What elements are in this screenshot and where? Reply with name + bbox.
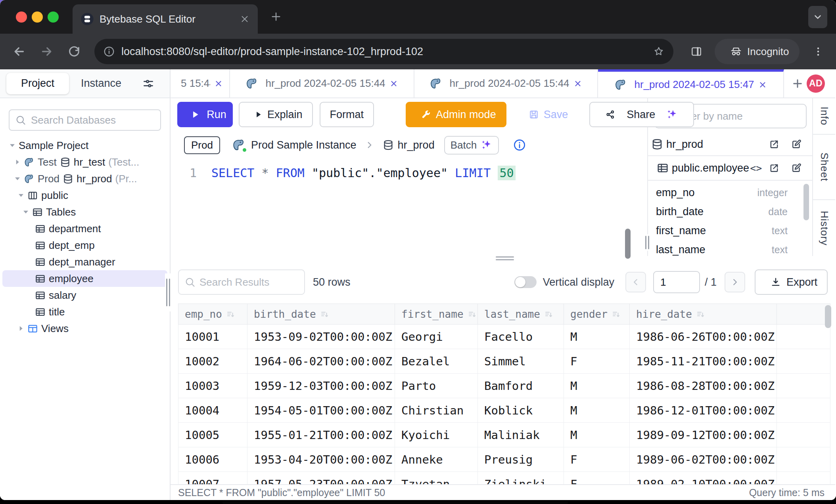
schema-table-row[interactable]: public.employee <>: [648, 156, 812, 181]
cell[interactable]: Parto: [395, 374, 478, 398]
sort-icon[interactable]: [612, 310, 621, 319]
schema-column-row[interactable]: birth_datedate: [648, 202, 812, 221]
tree-item-employee[interactable]: employee: [2, 270, 167, 287]
schema-filter-input[interactable]: [677, 110, 800, 122]
browser-menu-icon[interactable]: [812, 46, 824, 57]
sort-icon[interactable]: [468, 310, 477, 319]
cell[interactable]: F: [564, 472, 630, 485]
cell[interactable]: Georgi: [395, 325, 478, 349]
cell[interactable]: F: [564, 447, 630, 472]
column-header-first_name[interactable]: first_name: [395, 304, 478, 325]
instance-name[interactable]: Prod Sample Instance: [251, 139, 357, 151]
tree-item-views[interactable]: Views: [2, 320, 167, 337]
close-worksheet-tab-icon[interactable]: [389, 79, 398, 88]
browser-tab[interactable]: Bytebase SQL Editor: [73, 4, 258, 34]
cell[interactable]: 1959-12-03T00:00:00Z: [247, 374, 395, 398]
results-search[interactable]: [178, 269, 305, 295]
close-browser-tab-icon[interactable]: [240, 14, 250, 24]
run-button[interactable]: Run: [177, 102, 233, 127]
column-header-gender[interactable]: gender: [564, 304, 630, 325]
cell[interactable]: Anneke: [395, 447, 478, 472]
format-button[interactable]: Format: [320, 102, 374, 127]
reload-icon[interactable]: [67, 45, 81, 58]
column-header-birth_date[interactable]: birth_date: [247, 304, 395, 325]
schema-column-row[interactable]: first_nametext: [648, 221, 812, 240]
schema-scrollbar[interactable]: [803, 184, 809, 220]
cell[interactable]: Zielinski: [478, 472, 564, 485]
close-worksheet-tab-icon[interactable]: [758, 80, 767, 89]
sort-icon[interactable]: [320, 310, 330, 319]
side-tab-info[interactable]: Info: [813, 98, 835, 135]
cell[interactable]: Koblick: [478, 398, 564, 423]
cell[interactable]: 10003: [178, 374, 247, 398]
cell[interactable]: 10005: [178, 423, 247, 447]
next-page-button[interactable]: [725, 272, 745, 292]
cell[interactable]: 10004: [178, 398, 247, 423]
tree-item-department[interactable]: department: [2, 220, 167, 237]
divider-drag-handle[interactable]: [496, 256, 514, 260]
caret-right-icon[interactable]: [13, 158, 22, 166]
tree-item-title[interactable]: title: [2, 304, 167, 320]
table-scrollbar[interactable]: [825, 305, 831, 328]
sql-code-editor[interactable]: 1 SELECT * FROM "public"."employee" LIMI…: [171, 159, 647, 256]
cell[interactable]: M: [564, 398, 630, 423]
explain-button[interactable]: Explain: [239, 102, 313, 127]
site-info-icon[interactable]: [103, 46, 115, 57]
schema-database-row[interactable]: hr_prod: [648, 133, 812, 156]
worksheet-tab[interactable]: 5 15:44: [171, 69, 230, 97]
cell[interactable]: M: [564, 423, 630, 447]
caret-down-icon[interactable]: [17, 191, 25, 200]
caret-down-icon[interactable]: [8, 141, 17, 150]
edit-icon[interactable]: [791, 139, 802, 150]
tab-search-chevron-button[interactable]: [808, 6, 827, 28]
cell[interactable]: F: [564, 349, 630, 374]
side-tab-history[interactable]: History: [813, 200, 835, 256]
cell[interactable]: 1953-09-02T00:00:00Z: [247, 325, 395, 349]
tree-item-prod[interactable]: Prodhr_prod(Pr...: [2, 170, 167, 187]
save-button[interactable]: Save: [514, 102, 578, 127]
worksheet-tab[interactable]: hr_prod 2024-02-05 15:44: [230, 69, 414, 97]
cell[interactable]: Bezalel: [395, 349, 478, 374]
side-tab-sheet[interactable]: Sheet: [813, 135, 835, 200]
open-external-icon[interactable]: [769, 139, 780, 150]
cell[interactable]: Bamford: [478, 374, 564, 398]
cell[interactable]: 1989-02-10T00:00:00Z: [630, 472, 777, 485]
cell[interactable]: 1954-05-01T00:00:00Z: [247, 398, 395, 423]
user-avatar[interactable]: AD: [807, 74, 825, 93]
worksheet-tab[interactable]: hr_prod 2024-02-05 15:44: [414, 69, 598, 97]
editor-scrollbar[interactable]: [625, 229, 631, 259]
cell[interactable]: M: [564, 374, 630, 398]
sort-icon[interactable]: [544, 310, 554, 319]
column-header-hire_date[interactable]: hire_date: [630, 304, 777, 325]
column-header-last_name[interactable]: last_name: [478, 304, 564, 325]
caret-down-icon[interactable]: [13, 174, 22, 183]
cell[interactable]: 1986-06-26T00:00:00Z: [630, 325, 777, 349]
cell[interactable]: Chirstian: [395, 398, 478, 423]
cell[interactable]: 1989-09-12T00:00:00Z: [630, 423, 777, 447]
bookmark-star-icon[interactable]: [653, 46, 665, 57]
vertical-display-toggle[interactable]: [514, 276, 537, 288]
close-worksheet-tab-icon[interactable]: [573, 79, 582, 88]
tab-instance[interactable]: Instance: [81, 77, 121, 90]
page-number-input[interactable]: [653, 271, 700, 293]
tree-item-sample-project[interactable]: Sample Project: [2, 137, 167, 154]
tree-item-test[interactable]: Testhr_test(Test...: [2, 154, 167, 170]
cell[interactable]: 1985-11-21T00:00:00Z: [630, 349, 777, 374]
tree-item-tables[interactable]: Tables: [2, 204, 167, 220]
worksheet-tab-active[interactable]: hr_prod 2024-02-05 15:47: [598, 69, 784, 97]
panel-resize-handle[interactable]: [644, 234, 650, 251]
database-name[interactable]: hr_prod: [398, 139, 435, 151]
cell[interactable]: 1953-04-20T00:00:00Z: [247, 447, 395, 472]
sidebar-resize-handle[interactable]: [165, 273, 171, 311]
cell[interactable]: Kyoichi: [395, 423, 478, 447]
tree-item-public[interactable]: public: [2, 187, 167, 204]
cell[interactable]: 1989-06-02T00:00:00Z: [630, 447, 777, 472]
batch-mode-chip[interactable]: Batch: [444, 136, 499, 155]
tab-project[interactable]: Project: [6, 73, 69, 94]
cell[interactable]: Simmel: [478, 349, 564, 374]
column-header-emp_no[interactable]: emp_no: [178, 304, 247, 325]
tree-item-dept-manager[interactable]: dept_manager: [2, 254, 167, 270]
share-button[interactable]: Share: [589, 102, 694, 127]
cell[interactable]: 10002: [178, 349, 247, 374]
edit-icon[interactable]: [791, 162, 802, 174]
